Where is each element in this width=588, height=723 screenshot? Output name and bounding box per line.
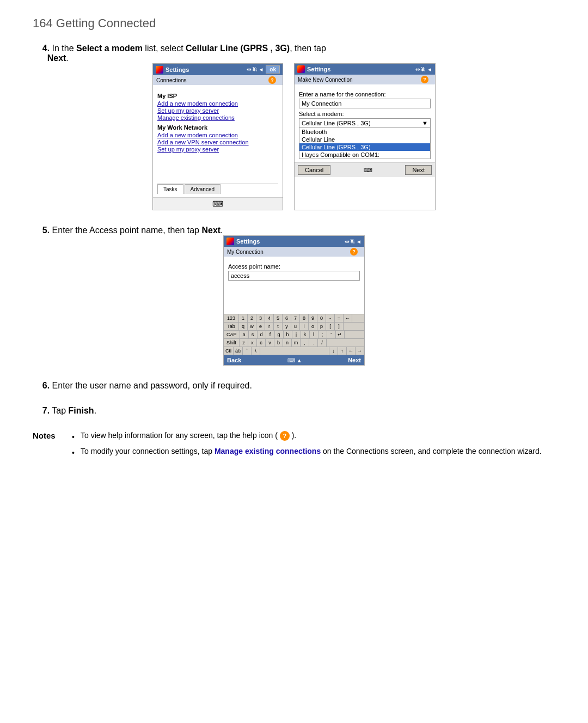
notes-content: • To view help information for any scree… bbox=[72, 431, 555, 463]
kb-key-cap[interactable]: CAP bbox=[224, 331, 240, 338]
kb-key-y[interactable]: y bbox=[283, 323, 291, 330]
step-4-screenshots: Settings ⇔ ¥ᵢ ◄ ok Connections ? My ISP … bbox=[33, 63, 555, 210]
window1-link2[interactable]: Set up my proxy server bbox=[157, 107, 278, 114]
window1-ok-button[interactable]: ok bbox=[266, 65, 280, 74]
window1-link6[interactable]: Set up my proxy server bbox=[157, 146, 278, 153]
kb-key-m[interactable]: m bbox=[292, 339, 301, 347]
window2-help-icon[interactable]: ? bbox=[421, 76, 428, 83]
kb-key-period[interactable]: . bbox=[309, 339, 318, 347]
window2-modem-selected[interactable]: Cellular Line (GPRS , 3G) ▼ bbox=[299, 118, 431, 128]
kb-key-semicolon[interactable]: ; bbox=[318, 331, 327, 338]
window1-link5[interactable]: Add a new VPN server connection bbox=[157, 139, 278, 145]
step-5: 5. Enter the Access point name, then tap… bbox=[33, 226, 555, 366]
kb-key-d[interactable]: d bbox=[258, 331, 266, 338]
window2-connection-name-input[interactable] bbox=[299, 99, 431, 108]
kb-key-enter[interactable]: ↵ bbox=[336, 331, 345, 338]
kb-key-tab[interactable]: Tab bbox=[224, 323, 239, 330]
kb-row-4: Shift z x c v b n m , . / bbox=[224, 339, 364, 347]
kb-key-c[interactable]: c bbox=[257, 339, 266, 347]
kb-key-rbracket[interactable]: ] bbox=[335, 323, 344, 330]
kb-key-up[interactable]: ↑ bbox=[338, 347, 347, 355]
kb-key-lbracket[interactable]: [ bbox=[326, 323, 335, 330]
window1-tab2[interactable]: Advanced bbox=[185, 184, 220, 194]
kb-key-a[interactable]: a bbox=[240, 331, 249, 338]
window2-bottom-bar: Cancel ⌨ Next bbox=[295, 162, 435, 177]
kb-key-space[interactable] bbox=[260, 347, 329, 355]
kb-key-backtick[interactable]: ` bbox=[243, 347, 252, 355]
window1-tab1[interactable]: Tasks bbox=[157, 184, 183, 194]
window3-next-button[interactable]: Next bbox=[348, 357, 361, 363]
kb-key-3[interactable]: 3 bbox=[256, 314, 265, 322]
window1-link1[interactable]: Add a new modem connection bbox=[157, 100, 278, 107]
window3-access-point-input[interactable] bbox=[228, 271, 360, 281]
kb-key-equals[interactable]: = bbox=[335, 314, 344, 322]
window1-link3[interactable]: Manage existing connections bbox=[157, 114, 278, 121]
kb-key-slash[interactable]: / bbox=[318, 339, 327, 347]
window3-back-button[interactable]: Back bbox=[227, 357, 241, 363]
kb-key-u[interactable]: u bbox=[291, 323, 300, 330]
notes-manage-connections-link[interactable]: Manage existing connections bbox=[215, 447, 321, 455]
window3-help-icon[interactable]: ? bbox=[350, 248, 358, 256]
kb-key-backslash[interactable]: \ bbox=[252, 347, 260, 355]
kb-key-auu[interactable]: áü bbox=[234, 347, 243, 355]
window2-next-button[interactable]: Next bbox=[405, 165, 432, 175]
window3-info-bar: My Connection ? bbox=[224, 247, 364, 257]
window2-option-hayes[interactable]: Hayes Compatible on COM1: bbox=[299, 151, 430, 159]
window2-option-cellular-gprs[interactable]: Cellular Line (GPRS , 3G) bbox=[299, 143, 430, 151]
kb-key-g[interactable]: g bbox=[275, 331, 284, 338]
kb-key-x[interactable]: x bbox=[248, 339, 257, 347]
kb-key-o[interactable]: o bbox=[309, 323, 317, 330]
kb-key-8[interactable]: 8 bbox=[300, 314, 309, 322]
kb-key-z[interactable]: z bbox=[240, 339, 248, 347]
kb-key-f[interactable]: f bbox=[266, 331, 275, 338]
window2-keyboard-icon[interactable]: ⌨ bbox=[364, 167, 372, 174]
window3-keyboard-icon[interactable]: ⌨ ▲ bbox=[287, 357, 302, 363]
kb-key-w[interactable]: w bbox=[248, 323, 256, 330]
kb-key-t[interactable]: t bbox=[274, 323, 283, 330]
kb-key-i[interactable]: i bbox=[300, 323, 309, 330]
kb-key-h[interactable]: h bbox=[284, 331, 292, 338]
kb-key-backspace[interactable]: ← bbox=[344, 314, 352, 322]
kb-key-r[interactable]: r bbox=[265, 323, 274, 330]
kb-key-b[interactable]: b bbox=[274, 339, 283, 347]
step-7: 7. Tap Finish. bbox=[33, 406, 555, 416]
kb-key-5[interactable]: 5 bbox=[274, 314, 283, 322]
kb-key-9[interactable]: 9 bbox=[309, 314, 317, 322]
kb-key-v[interactable]: v bbox=[266, 339, 274, 347]
kb-key-q[interactable]: q bbox=[239, 323, 248, 330]
kb-key-right[interactable]: → bbox=[356, 347, 364, 355]
kb-key-comma[interactable]: , bbox=[301, 339, 309, 347]
kb-key-7[interactable]: 7 bbox=[291, 314, 300, 322]
kb-key-l[interactable]: l bbox=[310, 331, 318, 338]
kb-key-shift[interactable]: Shift bbox=[224, 339, 240, 347]
kb-key-2[interactable]: 2 bbox=[248, 314, 256, 322]
kb-key-123[interactable]: 123 bbox=[224, 314, 239, 322]
notes-label: Notes bbox=[33, 431, 65, 463]
window1-content: My ISP Add a new modem connection Set up… bbox=[153, 86, 283, 197]
kb-row-3: CAP a s d f g h j k l ; ' ↵ bbox=[224, 331, 364, 339]
step-6-text: 6. Enter the user name and password, onl… bbox=[33, 381, 555, 391]
window2-option-cellular-line[interactable]: Cellular Line bbox=[299, 136, 430, 143]
window1-link4[interactable]: Add a new modem connection bbox=[157, 132, 278, 138]
kb-key-6[interactable]: 6 bbox=[283, 314, 291, 322]
kb-key-ctl[interactable]: Ctl bbox=[224, 347, 234, 355]
kb-key-down[interactable]: ↓ bbox=[329, 347, 338, 355]
kb-key-left[interactable]: ← bbox=[347, 347, 356, 355]
window2-option-bluetooth[interactable]: Bluetooth bbox=[299, 128, 430, 136]
window3-title: Settings bbox=[236, 238, 260, 245]
kb-key-quote[interactable]: ' bbox=[327, 331, 336, 338]
kb-key-1[interactable]: 1 bbox=[239, 314, 248, 322]
kb-key-j[interactable]: j bbox=[292, 331, 301, 338]
window3-label1: Access point name: bbox=[228, 263, 360, 270]
kb-key-k[interactable]: k bbox=[301, 331, 310, 338]
window1-keyboard-icon[interactable]: ⌨ bbox=[153, 197, 283, 210]
window2-cancel-button[interactable]: Cancel bbox=[298, 165, 330, 175]
kb-key-0[interactable]: 0 bbox=[317, 314, 326, 322]
kb-key-4[interactable]: 4 bbox=[265, 314, 274, 322]
kb-key-e[interactable]: e bbox=[256, 323, 265, 330]
kb-key-p[interactable]: p bbox=[317, 323, 326, 330]
kb-key-n[interactable]: n bbox=[283, 339, 292, 347]
kb-key-minus[interactable]: - bbox=[326, 314, 335, 322]
window1-help-icon[interactable]: ? bbox=[268, 76, 276, 84]
kb-key-s[interactable]: s bbox=[249, 331, 258, 338]
